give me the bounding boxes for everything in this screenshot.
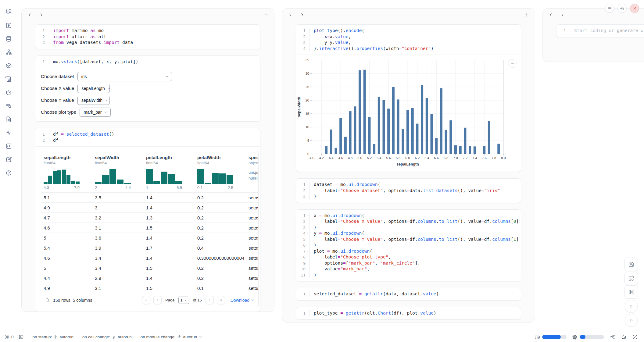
runtime-value: autorun [59, 335, 73, 339]
line-number-gutter: 123 [296, 182, 309, 200]
column-forward-button[interactable] [38, 11, 45, 18]
line-number: 4 [296, 46, 306, 52]
notebook-cell: 123 dataset = mo.ui.dropdown( label="Cho… [296, 178, 521, 203]
table-row[interactable]: 4.63.41.40.30000000000000004setosa [41, 253, 258, 263]
terminal-button[interactable] [19, 334, 24, 340]
rail-file-text-button[interactable] [3, 115, 14, 124]
line-number: 3 [296, 194, 306, 200]
rail-activity-button[interactable] [3, 128, 14, 137]
table-column-header[interactable]: petalWidth float64 0.12.5 [197, 155, 249, 190]
code-editor[interactable]: 1 selected_dataset = getattr(data, datas… [296, 288, 521, 300]
rail-workflow-button[interactable] [3, 48, 14, 57]
code-line: ) [314, 242, 521, 248]
rail-notebook-pen-button[interactable] [3, 155, 14, 164]
rail-database-button[interactable] [3, 34, 14, 43]
choose-y-value-select[interactable]: sepalWidth [77, 96, 110, 105]
table-row[interactable]: 4.63.11.50.2setosa [41, 223, 258, 233]
table-row[interactable]: 4.73.21.30.2setosa [41, 212, 258, 223]
table-column-header[interactable]: species object unique:nulls: [249, 155, 258, 190]
column-header [282, 9, 535, 20]
last-page-button[interactable] [217, 296, 225, 304]
table-column-header[interactable]: sepalWidth float64 24.4 [95, 155, 146, 190]
code-line: label="Choose X value", options=df.colum… [314, 219, 521, 225]
column-histogram [146, 168, 182, 184]
runtime-setting[interactable]: on module change: autorun [141, 335, 203, 339]
assistant-bot-button[interactable] [621, 334, 627, 340]
code-line: x=x.value, [314, 34, 521, 40]
chevron-down-icon [306, 183, 309, 186]
first-page-button[interactable] [142, 296, 150, 304]
code-line: mo.vstack([dataset, x, y, plot]) [53, 59, 260, 65]
add-cell-button[interactable] [262, 11, 270, 19]
table-cell: setosa [249, 205, 258, 210]
layout-button[interactable] [624, 272, 638, 285]
table-column-header[interactable]: sepalLength float64 4.37.9 [44, 155, 95, 190]
rail-code-square-button[interactable] [3, 141, 14, 151]
rail-scroll-text-button[interactable] [3, 74, 14, 84]
code-line: df [53, 137, 260, 144]
page-label: Page [165, 298, 174, 302]
command-button[interactable] [624, 285, 638, 299]
notebook-menu-button[interactable] [605, 4, 614, 13]
runtime-setting[interactable]: on cell change: autorun [82, 335, 132, 339]
bar-chart[interactable]: 4.04.24.44.64.85.05.25.45.65.86.06.26.46… [296, 57, 521, 168]
rail-package-button[interactable] [3, 61, 14, 70]
chart-options-button[interactable] [508, 59, 517, 68]
stop-button[interactable] [625, 300, 638, 313]
rail-help-circle-button[interactable] [3, 168, 14, 177]
column-name: petalLength [146, 155, 197, 160]
column-back-button[interactable] [547, 11, 554, 18]
table-row[interactable]: 5.43.91.70.4setosa [41, 243, 258, 253]
next-page-button[interactable] [206, 296, 214, 304]
column-histogram [95, 168, 131, 184]
chevron-down-icon [306, 250, 309, 252]
code-editor[interactable]: 123 import marimo as moimport altair as … [35, 25, 260, 49]
save-button[interactable] [624, 258, 638, 271]
download-button[interactable]: Download [231, 298, 254, 303]
code-editor[interactable]: 1 plot_type = getattr(alt.Chart(df), plo… [296, 307, 521, 319]
table-row[interactable]: 4.93.11.50.1setosa [41, 283, 258, 293]
line-number-gutter: 1 [296, 310, 309, 316]
table-row[interactable]: 4.42.91.40.2setosa [41, 273, 258, 283]
ai-sparkles-button[interactable] [610, 334, 615, 340]
errors-indicator[interactable] [4, 334, 9, 340]
table-row[interactable]: 53.61.40.2setosa [41, 233, 258, 243]
column-back-button[interactable] [287, 11, 294, 18]
shutdown-button[interactable] [630, 4, 639, 13]
code-editor[interactable]: 1234567891011 x = mo.ui.dropdown( label=… [296, 210, 521, 281]
rail-bot-message-button[interactable] [3, 88, 14, 97]
table-column-header[interactable]: petalLength float64 16.9 [146, 155, 197, 190]
code-editor[interactable]: 12 df = selected_dataset()df [35, 128, 260, 146]
play-button[interactable] [625, 314, 638, 327]
select-value: mark_bar [84, 110, 102, 115]
search-icon[interactable] [45, 298, 50, 303]
column-back-button[interactable] [26, 11, 33, 18]
code-editor[interactable]: 1 Start coding or generate with AI [556, 25, 644, 37]
rail-list-search-button[interactable] [3, 101, 14, 110]
choose-dataset-select[interactable]: iris [77, 72, 172, 81]
list-search-icon [5, 103, 12, 109]
settings-button[interactable] [617, 4, 627, 13]
table-row[interactable]: 5.13.51.40.2setosa [41, 192, 258, 202]
notebook-pen-icon [5, 156, 12, 163]
code-editor[interactable]: 123 dataset = mo.ui.dropdown( label="Cho… [296, 179, 521, 203]
choose-plot-type-select[interactable]: mark_bar [80, 108, 111, 117]
rail-function-square-button[interactable] [3, 21, 14, 30]
runtime-setting[interactable]: on startup: autorun [33, 335, 74, 339]
prev-page-button[interactable] [153, 296, 162, 304]
code-editor[interactable]: 1 mo.vstack([dataset, x, y, plot]) [35, 56, 260, 68]
dropdown-label: Choose dataset [41, 74, 74, 79]
table-row[interactable]: 4.931.40.2setosa [41, 202, 258, 212]
choose-x-value-select[interactable]: sepalLength [77, 84, 110, 93]
line-number: 3 [296, 225, 306, 231]
health-check-button[interactable] [632, 334, 638, 340]
column-forward-button[interactable] [298, 11, 306, 18]
column-forward-button[interactable] [559, 11, 566, 18]
stop-icon [628, 303, 634, 309]
add-cell-button[interactable] [523, 11, 531, 19]
page-select[interactable]: 1 [178, 297, 189, 304]
code-editor[interactable]: 1234 plot_type().encode( x=x.value, y=y.… [296, 25, 521, 55]
chevron-right-icon [300, 12, 304, 17]
table-row[interactable]: 53.41.50.2setosa [41, 263, 258, 273]
rail-file-tree-button[interactable] [3, 7, 14, 16]
